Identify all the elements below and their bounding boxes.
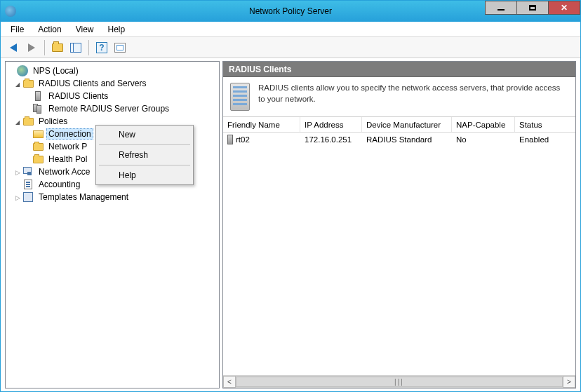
client-rows: rt02 172.16.0.251 RADIUS Standard No Ena… xyxy=(223,133,575,375)
horizontal-scrollbar[interactable]: < ||| > xyxy=(223,375,575,388)
tree-node-radius-clients[interactable]: RADIUS Clients xyxy=(7,90,218,102)
col-status[interactable]: Status xyxy=(515,117,575,132)
scroll-right-button[interactable]: > xyxy=(563,376,575,388)
forward-button[interactable] xyxy=(23,39,40,56)
arrow-left-icon xyxy=(10,43,17,52)
server-group-icon xyxy=(33,104,43,114)
menu-view[interactable]: View xyxy=(69,22,101,36)
properties-pane-button[interactable] xyxy=(67,39,84,56)
nap-icon xyxy=(23,167,33,177)
folder-icon xyxy=(23,80,34,88)
expand-toggle[interactable] xyxy=(13,118,22,126)
scroll-left-button[interactable]: < xyxy=(223,376,236,388)
toolbar: ? xyxy=(1,37,580,58)
menu-help[interactable]: Help xyxy=(101,22,133,36)
context-menu-separator xyxy=(99,165,190,165)
cell-status: Enabled xyxy=(515,133,575,147)
expand-toggle[interactable] xyxy=(13,194,22,201)
col-device-manufacturer[interactable]: Device Manufacturer xyxy=(362,117,452,132)
tree-label: Network Acce xyxy=(36,166,92,177)
menu-action[interactable]: Action xyxy=(31,22,68,36)
column-headers: Friendly Name IP Address Device Manufact… xyxy=(223,117,575,133)
cell-name: rt02 xyxy=(236,135,250,144)
globe-icon xyxy=(17,65,28,76)
info-text: RADIUS clients allow you to specify the … xyxy=(258,83,568,104)
toolbar-separator xyxy=(44,40,45,55)
help-button[interactable]: ? xyxy=(93,39,110,56)
panel-header: RADIUS Clients xyxy=(223,62,575,77)
folder-open-icon xyxy=(33,130,44,138)
expand-toggle[interactable] xyxy=(13,168,22,176)
folder-icon xyxy=(33,143,44,151)
menubar: File Action View Help xyxy=(1,22,580,37)
tree-label: Remote RADIUS Server Groups xyxy=(46,103,171,114)
scroll-track[interactable]: ||| xyxy=(236,376,563,388)
col-friendly-name[interactable]: Friendly Name xyxy=(223,117,300,132)
tree-label: Accounting xyxy=(36,179,82,190)
tree-label: Templates Management xyxy=(36,191,131,203)
context-menu-separator xyxy=(99,144,190,145)
tree-label: Connection xyxy=(46,128,93,140)
window-controls xyxy=(486,1,580,15)
folder-up-icon xyxy=(52,43,63,52)
tree-label: Health Pol xyxy=(46,154,89,165)
cell-device: RADIUS Standard xyxy=(362,133,452,147)
sheet-icon xyxy=(114,43,126,53)
col-nap-capable[interactable]: NAP-Capable xyxy=(452,117,515,132)
accounting-icon xyxy=(24,180,32,189)
server-rack-icon xyxy=(230,83,250,111)
app-icon xyxy=(5,6,16,17)
cell-ip: 172.16.0.251 xyxy=(300,133,362,147)
col-ip-address[interactable]: IP Address xyxy=(300,117,362,132)
toolbar-separator xyxy=(88,40,89,55)
client-row[interactable]: rt02 172.16.0.251 RADIUS Standard No Ena… xyxy=(223,133,575,147)
tree-node-root[interactable]: NPS (Local) xyxy=(7,65,218,77)
context-menu-refresh[interactable]: Refresh xyxy=(98,147,192,163)
tree-label: Policies xyxy=(36,116,69,127)
scroll-thumb[interactable]: ||| xyxy=(236,377,563,387)
help-icon: ? xyxy=(96,42,107,53)
tree-node-templates[interactable]: Templates Management xyxy=(7,191,218,203)
close-button[interactable] xyxy=(548,1,580,15)
main-area: NPS (Local) RADIUS Clients and Servers R… xyxy=(1,58,580,391)
tree-node-radius-clients-servers[interactable]: RADIUS Clients and Servers xyxy=(7,77,218,90)
cell-nap: No xyxy=(452,133,515,147)
tree-node-remote-groups[interactable]: Remote RADIUS Server Groups xyxy=(7,102,218,115)
up-folder-button[interactable] xyxy=(49,39,66,56)
sheet-button[interactable] xyxy=(112,39,128,56)
detail-pane: RADIUS Clients RADIUS clients allow you … xyxy=(222,61,576,388)
titlebar: Network Policy Server xyxy=(1,1,580,22)
back-button[interactable] xyxy=(5,39,22,56)
tree-label: RADIUS Clients xyxy=(46,90,110,102)
context-menu-help[interactable]: Help xyxy=(98,168,192,183)
server-icon xyxy=(227,135,233,144)
maximize-button[interactable] xyxy=(516,1,549,15)
server-icon xyxy=(35,91,41,101)
context-menu-new[interactable]: New xyxy=(98,127,192,142)
folder-icon xyxy=(23,118,34,126)
tree-label: NPS (Local) xyxy=(31,65,81,76)
menu-file[interactable]: File xyxy=(4,22,31,36)
tree-pane: NPS (Local) RADIUS Clients and Servers R… xyxy=(5,61,220,388)
properties-pane-icon xyxy=(70,43,81,53)
expand-toggle[interactable] xyxy=(13,80,22,88)
folder-icon xyxy=(33,156,44,163)
info-box: RADIUS clients allow you to specify the … xyxy=(223,77,575,117)
templates-icon xyxy=(23,192,33,202)
context-menu: New Refresh Help xyxy=(95,125,194,185)
tree-label: Network P xyxy=(46,141,89,152)
tree-label: RADIUS Clients and Servers xyxy=(36,78,148,89)
minimize-button[interactable] xyxy=(485,1,517,15)
arrow-right-icon xyxy=(28,43,35,52)
